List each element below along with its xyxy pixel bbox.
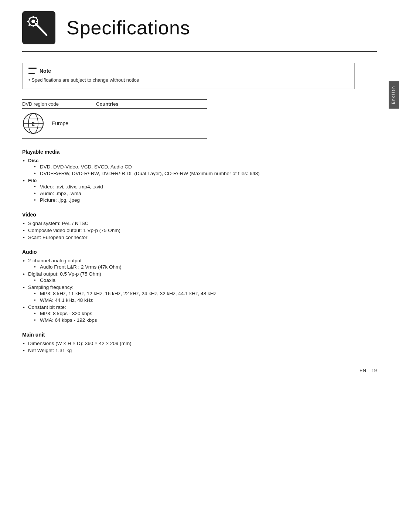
list-item: Coaxial <box>28 277 377 283</box>
page-number: 19 <box>372 368 377 373</box>
list-item: Scart: European connector <box>22 235 377 240</box>
playable-media-title: Playable media <box>22 149 377 155</box>
dvd-region-icon: 2 <box>22 112 44 134</box>
note-text: Specifications are subject to change wit… <box>28 77 348 83</box>
video-list: Signal system: PAL / NTSC Composite vide… <box>22 221 377 240</box>
main-unit-title: Main unit <box>22 332 377 338</box>
list-item: Audio Front L&R : 2 Vrms (47k Ohm) <box>28 264 377 270</box>
region-table-header: DVD region code Countries <box>22 99 207 109</box>
page-footer: EN 19 <box>359 368 377 373</box>
audio-section: Audio 2-channel analog output Audio Fron… <box>22 249 377 323</box>
list-item: MP3: 8 kbps - 320 kbps <box>28 311 377 316</box>
note-label: Note <box>40 68 51 74</box>
list-item: Video: .avi, .divx, .mp4, .xvid <box>28 184 377 190</box>
list-item: Composite video output: 1 Vp-p (75 Ohm) <box>22 228 377 233</box>
svg-point-1 <box>31 20 35 23</box>
footer-label: EN <box>359 368 366 373</box>
list-item: Signal system: PAL / NTSC <box>22 221 377 226</box>
tool-icon <box>26 15 52 41</box>
list-item: File Video: .avi, .divx, .mp4, .xvid Aud… <box>22 178 377 203</box>
video-title: Video <box>22 212 377 218</box>
list-item: Digital output: 0.5 Vp-p (75 Ohm) Coaxia… <box>22 271 377 283</box>
list-item: Constant bit rate: MP3: 8 kbps - 320 kbp… <box>22 304 377 323</box>
list-item: Picture: .jpg, .jpeg <box>28 197 377 203</box>
svg-rect-6 <box>36 21 38 22</box>
header-icon <box>22 11 55 44</box>
svg-rect-4 <box>33 25 34 27</box>
page-header: Specifications <box>22 11 377 52</box>
list-item: WMA: 44.1 kHz, 48 kHz <box>28 297 377 303</box>
sub-list: Coaxial <box>28 277 377 283</box>
sub-list: MP3: 8 kHz, 11 kHz, 12 kHz, 16 kHz, 22 k… <box>28 291 377 303</box>
list-item: WMA: 64 kbps - 192 kbps <box>28 317 377 323</box>
note-icon <box>28 68 37 74</box>
page-title: Specifications <box>66 17 190 39</box>
note-header: Note <box>28 68 348 74</box>
page-wrapper: English Specifications <box>0 0 399 384</box>
svg-rect-3 <box>33 16 34 18</box>
region-country: Europe <box>52 120 68 126</box>
list-item: DVD, DVD-Video, VCD, SVCD, Audio CD <box>28 164 377 170</box>
sub-list: Audio Front L&R : 2 Vrms (47k Ohm) <box>28 264 377 270</box>
playable-media-section: Playable media Disc DVD, DVD-Video, VCD,… <box>22 149 377 203</box>
list-item: MP3: 8 kHz, 11 kHz, 12 kHz, 16 kHz, 22 k… <box>28 291 377 296</box>
region-body: 2 Europe <box>22 109 207 139</box>
sub-list: MP3: 8 kbps - 320 kbps WMA: 64 kbps - 19… <box>28 311 377 323</box>
list-item: DVD+R/+RW, DVD-R/-RW, DVD+R/-R DL (Dual … <box>28 171 377 176</box>
playable-media-list: Disc DVD, DVD-Video, VCD, SVCD, Audio CD… <box>22 158 377 203</box>
video-section: Video Signal system: PAL / NTSC Composit… <box>22 212 377 240</box>
main-unit-list: Dimensions (W × H × D): 360 × 42 × 209 (… <box>22 341 377 353</box>
audio-list: 2-channel analog output Audio Front L&R … <box>22 258 377 323</box>
side-tab-label: English <box>391 86 395 104</box>
list-item: Disc DVD, DVD-Video, VCD, SVCD, Audio CD… <box>22 158 377 176</box>
side-tab: English <box>389 81 399 109</box>
list-item: 2-channel analog output Audio Front L&R … <box>22 258 377 270</box>
list-item: Dimensions (W × H × D): 360 × 42 × 209 (… <box>22 341 377 346</box>
svg-rect-5 <box>27 21 29 22</box>
main-unit-section: Main unit Dimensions (W × H × D): 360 × … <box>22 332 377 353</box>
note-box: Note Specifications are subject to chang… <box>22 63 355 89</box>
list-item: Net Weight: 1.31 kg <box>22 348 377 353</box>
region-col1-header: DVD region code <box>22 101 96 107</box>
list-item: Audio: .mp3, .wma <box>28 191 377 196</box>
sub-list: DVD, DVD-Video, VCD, SVCD, Audio CD DVD+… <box>28 164 377 176</box>
svg-text:2: 2 <box>32 121 35 127</box>
region-table: DVD region code Countries 2 Europe <box>22 99 207 139</box>
region-col2-header: Countries <box>96 101 119 107</box>
list-item: Sampling frequency: MP3: 8 kHz, 11 kHz, … <box>22 284 377 303</box>
audio-title: Audio <box>22 249 377 255</box>
sub-list: Video: .avi, .divx, .mp4, .xvid Audio: .… <box>28 184 377 203</box>
svg-line-2 <box>36 24 47 35</box>
